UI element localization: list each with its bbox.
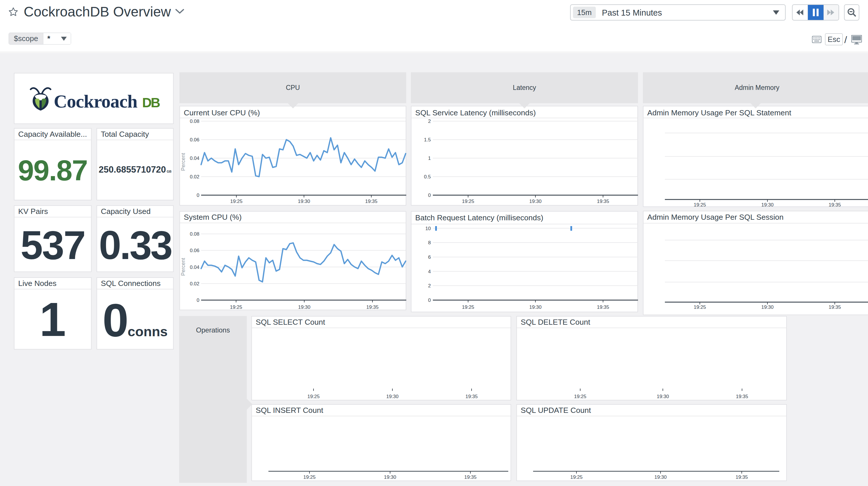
svg-text:8: 8 bbox=[428, 240, 431, 246]
svg-text:19:25: 19:25 bbox=[462, 305, 474, 310]
svg-text:19:30: 19:30 bbox=[762, 202, 774, 207]
svg-text:0: 0 bbox=[428, 297, 431, 303]
svg-text:DB: DB bbox=[142, 95, 160, 110]
svg-text:19:25: 19:25 bbox=[462, 199, 474, 204]
svg-text:0.04: 0.04 bbox=[190, 264, 199, 270]
svg-text:2: 2 bbox=[428, 283, 431, 289]
svg-text:0.04: 0.04 bbox=[190, 155, 199, 161]
svg-text:19:30: 19:30 bbox=[386, 394, 399, 399]
svg-text:19:35: 19:35 bbox=[597, 199, 610, 204]
svg-text:0: 0 bbox=[197, 297, 199, 303]
svg-text:19:30: 19:30 bbox=[529, 305, 542, 310]
svg-text:0.5: 0.5 bbox=[424, 174, 431, 179]
svg-text:0.02: 0.02 bbox=[190, 174, 199, 179]
svg-text:19:30: 19:30 bbox=[298, 199, 310, 204]
svg-text:Percent: Percent bbox=[180, 153, 186, 171]
svg-text:19:30: 19:30 bbox=[384, 475, 397, 480]
svg-text:19:25: 19:25 bbox=[230, 199, 243, 204]
svg-text:19:25: 19:25 bbox=[570, 475, 583, 480]
svg-text:19:25: 19:25 bbox=[230, 305, 242, 310]
svg-text:0: 0 bbox=[197, 193, 199, 198]
svg-text:1: 1 bbox=[428, 155, 431, 161]
svg-text:19:35: 19:35 bbox=[464, 475, 477, 480]
svg-text:19:35: 19:35 bbox=[829, 202, 841, 207]
svg-text:19:35: 19:35 bbox=[829, 305, 841, 310]
svg-text:19:25: 19:25 bbox=[694, 202, 706, 207]
svg-text:19:35: 19:35 bbox=[366, 305, 379, 310]
svg-text:19:25: 19:25 bbox=[303, 475, 316, 480]
svg-text:19:30: 19:30 bbox=[298, 305, 311, 310]
svg-text:19:35: 19:35 bbox=[365, 199, 378, 204]
svg-text:2: 2 bbox=[428, 118, 431, 124]
svg-text:19:25: 19:25 bbox=[307, 394, 320, 399]
svg-text:Percent: Percent bbox=[180, 258, 186, 276]
svg-text:6: 6 bbox=[428, 254, 431, 260]
svg-text:0.08: 0.08 bbox=[190, 231, 199, 237]
svg-text:0.02: 0.02 bbox=[190, 281, 199, 287]
svg-text:19:35: 19:35 bbox=[736, 475, 748, 480]
svg-text:19:35: 19:35 bbox=[597, 305, 610, 310]
svg-text:Cockroach: Cockroach bbox=[54, 91, 137, 112]
svg-text:0.06: 0.06 bbox=[190, 248, 199, 253]
svg-text:19:25: 19:25 bbox=[574, 394, 587, 399]
svg-text:10: 10 bbox=[425, 226, 431, 231]
svg-text:4: 4 bbox=[428, 269, 431, 275]
svg-text:0.06: 0.06 bbox=[190, 137, 199, 143]
svg-text:0: 0 bbox=[428, 193, 431, 198]
svg-text:19:30: 19:30 bbox=[654, 475, 667, 480]
svg-text:19:35: 19:35 bbox=[465, 394, 478, 399]
svg-text:19:35: 19:35 bbox=[736, 394, 748, 399]
svg-text:19:30: 19:30 bbox=[529, 199, 542, 204]
svg-text:19:25: 19:25 bbox=[694, 305, 706, 310]
svg-text:19:30: 19:30 bbox=[657, 394, 669, 399]
svg-text:0.08: 0.08 bbox=[190, 118, 199, 124]
svg-text:19:30: 19:30 bbox=[762, 305, 774, 310]
svg-text:1.5: 1.5 bbox=[424, 137, 431, 143]
